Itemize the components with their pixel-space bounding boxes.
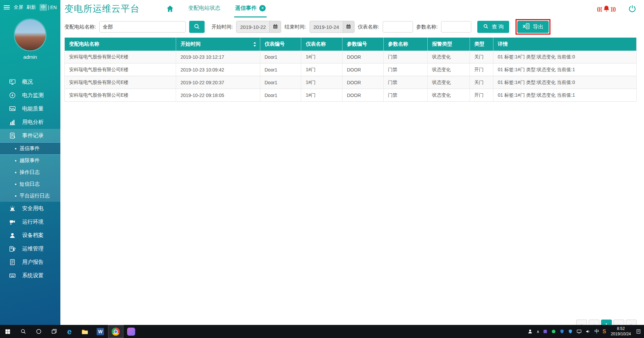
table-row[interactable]: 安科瑞电气股份有限公司E楼2019-10-22 09:18:05Door11#门… — [65, 89, 636, 102]
table-cell: 2019-10-22 09:18:05 — [176, 89, 260, 101]
fullscreen-button[interactable]: 全屏 — [14, 4, 23, 10]
taskbar: We W ∧ — [0, 325, 644, 338]
defender-shield-icon[interactable] — [568, 329, 573, 334]
sidebar-item-safe-electricity[interactable]: 安全用电 — [0, 202, 60, 215]
start-date-input[interactable] — [236, 21, 269, 33]
tray-app-cube-icon[interactable] — [543, 329, 548, 334]
lang-divider: | — [48, 5, 49, 10]
sidebar-item-user-report[interactable]: 用户报告 — [0, 255, 60, 269]
export-button[interactable]: X 导出 — [517, 21, 549, 33]
lang-en-button[interactable]: EN — [50, 5, 57, 10]
table-row[interactable]: 安科瑞电气股份有限公司E楼2019-10-22 09:20:37Door11#门… — [65, 76, 636, 89]
sort-icon[interactable] — [253, 42, 257, 47]
display-icon[interactable] — [576, 329, 582, 334]
tab-telemetry-events[interactable]: 遥信事件 ✕ — [234, 0, 267, 17]
action-center-icon[interactable] — [636, 329, 641, 334]
monitor-icon — [9, 78, 16, 86]
tab-bar: 变配电站状态 遥信事件 ✕ — [166, 0, 267, 17]
file-explorer-icon[interactable] — [77, 325, 93, 338]
sidebar-item-power-monitoring[interactable]: 电力监测 — [0, 89, 60, 102]
param-name-input[interactable] — [441, 21, 471, 33]
end-date-input[interactable] — [310, 21, 343, 33]
sidebar: 全屏 刷新 中 | EN admin 概况 电力监测 — [0, 0, 60, 325]
sidebar-subitem-limit-events[interactable]: • 越限事件 — [0, 155, 60, 166]
edge-icon[interactable]: We — [62, 325, 77, 338]
volume-icon[interactable] — [585, 329, 591, 334]
sidebar-topbar: 全屏 刷新 中 | EN — [0, 0, 60, 15]
sidebar-item-label: 安全用电 — [22, 205, 44, 212]
column-header-param-no: 参数编号 — [342, 38, 384, 51]
table-cell: 01 标签:1#门 类型:状态变化 当前值:0 — [493, 51, 636, 63]
shield-icon[interactable] — [559, 329, 565, 334]
chrome-icon[interactable] — [108, 325, 123, 338]
table-row[interactable]: 安科瑞电气股份有限公司E楼2019-10-23 10:09:42Door11#门… — [65, 63, 636, 76]
station-filter-input[interactable] — [99, 21, 186, 33]
table-cell: 安科瑞电气股份有限公司E楼 — [65, 51, 176, 63]
sidebar-subitem-label: 平台运行日志 — [19, 193, 50, 199]
sidebar-item-system-settings[interactable]: 系统设置 — [0, 269, 60, 282]
table-cell: 安科瑞电气股份有限公司E楼 — [65, 63, 176, 76]
export-button-label: 导出 — [533, 23, 543, 31]
sidebar-item-om-management[interactable]: 运维管理 — [0, 242, 60, 255]
input-language-indicator[interactable]: 中 — [594, 329, 599, 335]
sidebar-item-event-records[interactable]: 事件记录 — [0, 129, 60, 142]
sidebar-item-overview[interactable]: 概况 — [0, 75, 60, 89]
table-cell: DOOR — [342, 76, 384, 89]
table-cell: 安科瑞电气股份有限公司E楼 — [65, 89, 176, 101]
people-icon[interactable] — [527, 329, 533, 334]
alarm-bell-icon[interactable]: ((( ))) — [597, 5, 616, 13]
query-button[interactable]: 查 询 — [477, 21, 509, 33]
tab-label: 变配电站状态 — [188, 5, 220, 12]
start-calendar-button[interactable] — [269, 21, 281, 33]
sidebar-subitem-sms-log[interactable]: • 短信日志 — [0, 178, 60, 190]
clipboard-pen-icon — [9, 132, 16, 139]
hidden-icons-chevron[interactable]: ∧ — [536, 329, 539, 334]
column-header-start-time[interactable]: 开始时间 — [176, 38, 260, 51]
meter-name-label: 仪表名称: — [358, 24, 379, 30]
bullet-icon: • — [15, 181, 16, 187]
cortana-icon[interactable] — [31, 325, 46, 338]
sidebar-subitem-platform-log[interactable]: • 平台运行日志 — [0, 190, 60, 202]
word-icon[interactable]: W — [93, 325, 108, 338]
sidebar-subitem-telemetry-events[interactable]: • 遥信事件 — [0, 142, 60, 155]
sidebar-subitem-label: 短信日志 — [19, 181, 40, 187]
table-cell: 开门 — [470, 63, 493, 76]
table-cell: Door1 — [260, 63, 302, 76]
sidebar-item-usage-analysis[interactable]: 用电分析 — [0, 115, 60, 129]
meter-name-input[interactable] — [383, 21, 413, 33]
calendar-icon — [345, 23, 352, 31]
keyboard-grid-icon — [9, 272, 16, 279]
sidebar-item-power-quality[interactable]: 电能质量 — [0, 102, 60, 115]
document-icon — [9, 258, 16, 266]
refresh-button[interactable]: 刷新 — [26, 4, 36, 10]
end-calendar-button[interactable] — [343, 21, 354, 33]
table-cell: 门禁 — [384, 63, 428, 76]
header: 变电所运维云平台 变配电站状态 遥信事件 ✕ ((( ))) — [60, 0, 644, 17]
taskbar-clock[interactable]: 8:52 2019/10/24 — [609, 326, 632, 337]
sidebar-item-environment[interactable]: 运行环境 — [0, 215, 60, 229]
sidebar-subitem-operation-log[interactable]: • 操作日志 — [0, 166, 60, 178]
app-icon[interactable] — [123, 325, 139, 338]
sidebar-item-equipment-archive[interactable]: 设备档案 — [0, 229, 60, 242]
close-tab-icon[interactable]: ✕ — [259, 5, 266, 11]
username: admin — [0, 54, 60, 60]
column-header-meter-no: 仪表编号 — [260, 38, 302, 51]
sidebar-menu: 概况 电力监测 电能质量 用电分析 事件记录 — [0, 75, 60, 282]
worker-icon — [9, 232, 16, 239]
task-view-icon[interactable] — [46, 325, 62, 338]
table-cell: 门禁 — [384, 89, 428, 101]
tray-app-green-icon[interactable] — [551, 329, 556, 334]
sogou-input-icon[interactable]: S — [602, 329, 606, 335]
lang-zh-button[interactable]: 中 — [40, 4, 47, 11]
tab-station-status[interactable]: 变配电站状态 — [187, 0, 221, 17]
home-tab-icon[interactable] — [166, 4, 174, 13]
logout-power-icon[interactable] — [628, 4, 637, 13]
start-button[interactable] — [0, 325, 15, 338]
sidebar-item-label: 运行环境 — [22, 219, 44, 226]
sidebar-subitem-label: 越限事件 — [19, 157, 40, 164]
station-search-button[interactable] — [189, 21, 205, 33]
alarm-beacon-icon — [9, 205, 16, 212]
taskbar-search-icon[interactable] — [15, 325, 31, 338]
table-row[interactable]: 安科瑞电气股份有限公司E楼2019-10-23 10:12:17Door11#门… — [65, 51, 636, 63]
menu-toggle-icon[interactable] — [3, 4, 10, 11]
